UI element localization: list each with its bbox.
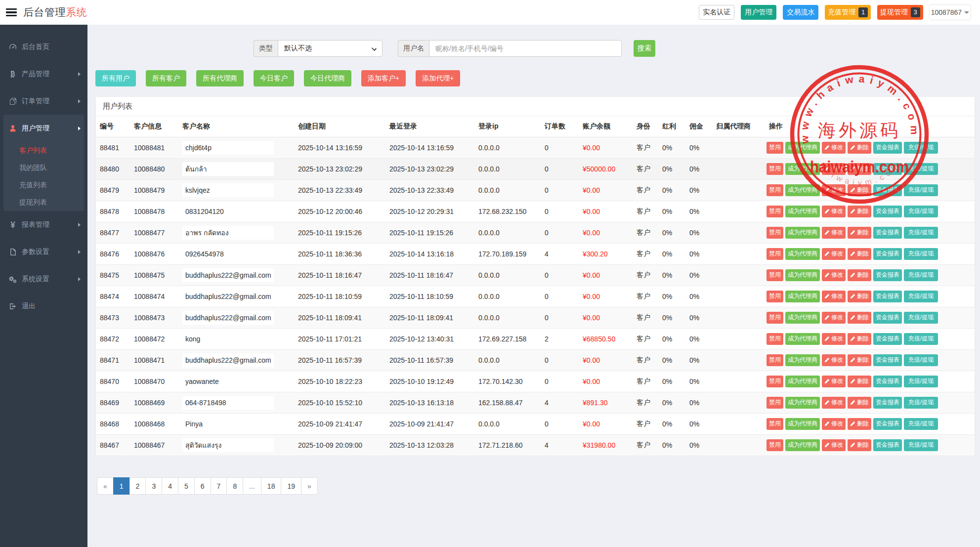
edit-button[interactable]: 修改 [822, 142, 846, 154]
fund-report-button[interactable]: 资金报表 [873, 163, 902, 175]
pagination-page-»[interactable]: » [301, 477, 318, 495]
quick-button-6[interactable]: 添加客户+ [361, 70, 406, 86]
sidebar-item-报表管理[interactable]: 报表管理 [0, 211, 87, 238]
navbar-button-5[interactable]: 提现管理3 [877, 5, 923, 20]
become-agent-button[interactable]: 成为代理商 [785, 333, 820, 345]
disable-button[interactable]: 禁用 [767, 206, 783, 217]
fund-report-button[interactable]: 资金报表 [873, 397, 902, 409]
delete-button[interactable]: 删除 [848, 248, 871, 260]
disable-button[interactable]: 禁用 [767, 142, 783, 154]
delete-button[interactable]: 删除 [848, 376, 871, 387]
pagination-page-5[interactable]: 5 [178, 477, 195, 495]
type-select[interactable]: 默认不选 [278, 40, 383, 57]
search-button[interactable]: 搜索 [634, 40, 655, 57]
disable-button[interactable]: 禁用 [767, 418, 783, 430]
recharge-withdraw-button[interactable]: 充值/提现 [904, 333, 938, 345]
fund-report-button[interactable]: 资金报表 [873, 248, 902, 260]
fund-report-button[interactable]: 资金报表 [873, 184, 902, 196]
pagination-page-8[interactable]: 8 [226, 477, 243, 495]
recharge-withdraw-button[interactable]: 充值/提现 [904, 269, 938, 281]
edit-button[interactable]: 修改 [822, 248, 846, 260]
disable-button[interactable]: 禁用 [767, 291, 783, 302]
recharge-withdraw-button[interactable]: 充值/提现 [904, 291, 938, 302]
sidebar-subitem-我的团队[interactable]: 我的团队 [3, 159, 84, 176]
customer-name-input[interactable] [182, 375, 274, 388]
delete-button[interactable]: 删除 [848, 269, 871, 281]
become-agent-button[interactable]: 成为代理商 [785, 312, 820, 324]
customer-name-input[interactable] [182, 311, 274, 325]
recharge-withdraw-button[interactable]: 充值/提现 [904, 439, 938, 451]
quick-button-5[interactable]: 今日代理商 [304, 70, 351, 86]
become-agent-button[interactable]: 成为代理商 [785, 439, 820, 451]
customer-name-input[interactable] [182, 332, 274, 346]
disable-button[interactable]: 禁用 [767, 397, 783, 409]
become-agent-button[interactable]: 成为代理商 [785, 291, 820, 302]
edit-button[interactable]: 修改 [822, 227, 846, 239]
disable-button[interactable]: 禁用 [767, 269, 783, 281]
delete-button[interactable]: 删除 [848, 206, 871, 217]
user-id-dropdown[interactable]: 10087867 [929, 4, 971, 20]
edit-button[interactable]: 修改 [822, 376, 846, 387]
customer-name-input[interactable] [182, 247, 274, 261]
customer-name-input[interactable] [182, 438, 274, 452]
edit-button[interactable]: 修改 [822, 354, 846, 366]
delete-button[interactable]: 删除 [848, 184, 871, 196]
sidebar-item-订单管理[interactable]: 订单管理 [0, 87, 87, 115]
recharge-withdraw-button[interactable]: 充值/提现 [904, 248, 938, 260]
disable-button[interactable]: 禁用 [767, 163, 783, 175]
become-agent-button[interactable]: 成为代理商 [785, 248, 820, 260]
recharge-withdraw-button[interactable]: 充值/提现 [904, 354, 938, 366]
edit-button[interactable]: 修改 [822, 439, 846, 451]
edit-button[interactable]: 修改 [822, 418, 846, 430]
recharge-withdraw-button[interactable]: 充值/提现 [904, 418, 938, 430]
sidebar-item-后台首页[interactable]: 后台首页 [0, 33, 87, 60]
recharge-withdraw-button[interactable]: 充值/提现 [904, 163, 938, 175]
fund-report-button[interactable]: 资金报表 [873, 227, 902, 239]
delete-button[interactable]: 删除 [848, 418, 871, 430]
hamburger-menu-icon[interactable] [6, 8, 17, 16]
delete-button[interactable]: 删除 [848, 397, 871, 409]
fund-report-button[interactable]: 资金报表 [873, 354, 902, 366]
sidebar-item-用户管理[interactable]: 用户管理 [3, 115, 84, 142]
recharge-withdraw-button[interactable]: 充值/提现 [904, 227, 938, 239]
edit-button[interactable]: 修改 [822, 206, 846, 217]
fund-report-button[interactable]: 资金报表 [873, 376, 902, 387]
quick-button-7[interactable]: 添加代理+ [416, 70, 460, 86]
disable-button[interactable]: 禁用 [767, 333, 783, 345]
customer-name-input[interactable] [182, 268, 274, 282]
recharge-withdraw-button[interactable]: 充值/提现 [904, 397, 938, 409]
delete-button[interactable]: 删除 [848, 333, 871, 345]
edit-button[interactable]: 修改 [822, 269, 846, 281]
customer-name-input[interactable] [182, 226, 274, 240]
customer-name-input[interactable] [182, 205, 274, 218]
disable-button[interactable]: 禁用 [767, 184, 783, 196]
edit-button[interactable]: 修改 [822, 291, 846, 302]
become-agent-button[interactable]: 成为代理商 [785, 163, 820, 175]
disable-button[interactable]: 禁用 [767, 227, 783, 239]
disable-button[interactable]: 禁用 [767, 439, 783, 451]
customer-name-input[interactable] [182, 183, 274, 197]
pagination-page-«[interactable]: « [97, 477, 114, 495]
pagination-page-7[interactable]: 7 [211, 477, 227, 495]
recharge-withdraw-button[interactable]: 充值/提现 [904, 376, 938, 387]
customer-name-input[interactable] [182, 162, 274, 176]
become-agent-button[interactable]: 成为代理商 [785, 269, 820, 281]
fund-report-button[interactable]: 资金报表 [873, 312, 902, 324]
delete-button[interactable]: 删除 [848, 354, 871, 366]
quick-button-2[interactable]: 所有客户 [146, 70, 186, 86]
sidebar-subitem-客户列表[interactable]: 客户列表 [3, 142, 84, 159]
quick-button-3[interactable]: 所有代理商 [196, 70, 244, 86]
sidebar-item-参数设置[interactable]: 参数设置 [0, 238, 87, 265]
become-agent-button[interactable]: 成为代理商 [785, 376, 820, 387]
become-agent-button[interactable]: 成为代理商 [785, 142, 820, 154]
navbar-button-3[interactable]: 交易流水 [783, 5, 818, 20]
edit-button[interactable]: 修改 [822, 333, 846, 345]
pagination-page-18[interactable]: 18 [261, 477, 282, 495]
fund-report-button[interactable]: 资金报表 [873, 291, 902, 302]
recharge-withdraw-button[interactable]: 充值/提现 [904, 184, 938, 196]
customer-name-input[interactable] [182, 290, 274, 303]
pagination-page-1[interactable]: 1 [113, 477, 130, 495]
fund-report-button[interactable]: 资金报表 [873, 206, 902, 217]
pagination-page-4[interactable]: 4 [162, 477, 178, 495]
pagination-page-19[interactable]: 19 [281, 477, 301, 495]
